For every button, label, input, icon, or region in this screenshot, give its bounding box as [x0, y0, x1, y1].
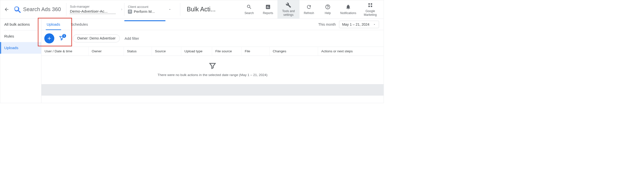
refresh-icon: [306, 4, 312, 10]
th-changes[interactable]: Changes: [270, 47, 318, 56]
chart-icon: [265, 4, 271, 10]
app-name: Search Ads 360: [23, 6, 61, 12]
chevron-right-icon: [120, 8, 123, 11]
breadcrumb-client[interactable]: Client account O Perform M...: [124, 3, 166, 16]
logo-area[interactable]: Search Ads 360: [14, 6, 61, 13]
tab-schedules[interactable]: Schedules: [66, 19, 93, 30]
search-icon: [246, 4, 252, 10]
crumb-value: O Perform M...: [128, 10, 162, 14]
arrow-left-icon: [4, 7, 9, 12]
caret-down-icon: [373, 23, 376, 26]
filter-count-badge: 1: [62, 34, 66, 38]
table-header: User / Date & time Owner Status Source U…: [41, 47, 384, 56]
empty-state: There were no bulk actions in the select…: [41, 56, 384, 84]
page-title: Bulk Acti...: [180, 3, 218, 16]
th-user-date[interactable]: User / Date & time: [41, 47, 88, 56]
sidebar-item-rules[interactable]: Rules: [0, 30, 41, 42]
svg-rect-5: [368, 6, 370, 7]
search-logo-icon: [14, 6, 21, 13]
filter-outline-icon: [208, 62, 216, 70]
tab-uploads[interactable]: Uploads: [41, 19, 66, 30]
back-button[interactable]: [4, 6, 10, 12]
header-refresh[interactable]: Refresh: [300, 0, 318, 19]
filter-chip-owner[interactable]: Owner: Demo Advertiser: [73, 34, 120, 42]
th-file-source[interactable]: File source: [212, 47, 242, 56]
date-preset: This month: [318, 22, 336, 26]
empty-message: There were no bulk actions in the select…: [158, 73, 268, 77]
th-status[interactable]: Status: [124, 47, 152, 56]
wrench-icon: [286, 2, 292, 8]
header-tools[interactable]: Tools and settings: [277, 0, 299, 19]
th-owner[interactable]: Owner: [88, 47, 124, 56]
breadcrumb-sub-manager[interactable]: Sub-manager Demo-Advertiser-Ac...: [66, 3, 119, 16]
svg-line-2: [18, 10, 20, 12]
header-search[interactable]: Search: [240, 0, 258, 19]
app-header: Search Ads 360 Sub-manager Demo-Advertis…: [0, 0, 384, 19]
add-filter-button[interactable]: Add filter: [124, 36, 139, 40]
th-source[interactable]: Source: [152, 47, 181, 56]
th-actions[interactable]: Actions or next steps: [318, 47, 384, 56]
header-reports[interactable]: Reports: [258, 0, 277, 19]
bell-icon: [346, 4, 351, 10]
help-icon: [325, 4, 331, 10]
sidebar: All bulk actions Rules Uploads: [0, 19, 42, 103]
crumb-value: Demo-Advertiser-Ac...: [70, 9, 116, 14]
add-button[interactable]: [44, 33, 54, 44]
th-file[interactable]: File: [242, 47, 270, 56]
header-notifications[interactable]: Notifications: [337, 0, 359, 19]
toolbar: 1 Owner: Demo Advertiser Add filter: [41, 30, 384, 47]
crumb-label: Sub-manager: [70, 5, 116, 8]
sidebar-item-uploads[interactable]: Uploads: [0, 42, 41, 54]
header-actions: Search Reports Tools and settings Refres…: [240, 0, 381, 19]
svg-rect-4: [371, 3, 372, 5]
client-badge-icon: O: [128, 10, 132, 14]
caret-down-icon[interactable]: [168, 8, 171, 11]
header-marketing[interactable]: Google Marketing: [359, 0, 381, 19]
sidebar-item-all[interactable]: All bulk actions: [0, 19, 41, 30]
date-range-picker[interactable]: May 1 – 21, 2024: [339, 21, 379, 28]
filter-button[interactable]: 1: [59, 35, 65, 42]
crumb-label: Client account: [128, 5, 162, 9]
svg-rect-3: [368, 3, 370, 5]
header-help[interactable]: Help: [318, 0, 337, 19]
table-footer-bar: [41, 84, 384, 96]
tabs-row: Uploads Schedules This month May 1 – 21,…: [41, 19, 384, 30]
th-upload-type[interactable]: Upload type: [181, 47, 212, 56]
svg-rect-6: [371, 6, 372, 7]
apps-icon: [368, 2, 373, 8]
plus-icon: [47, 36, 52, 41]
